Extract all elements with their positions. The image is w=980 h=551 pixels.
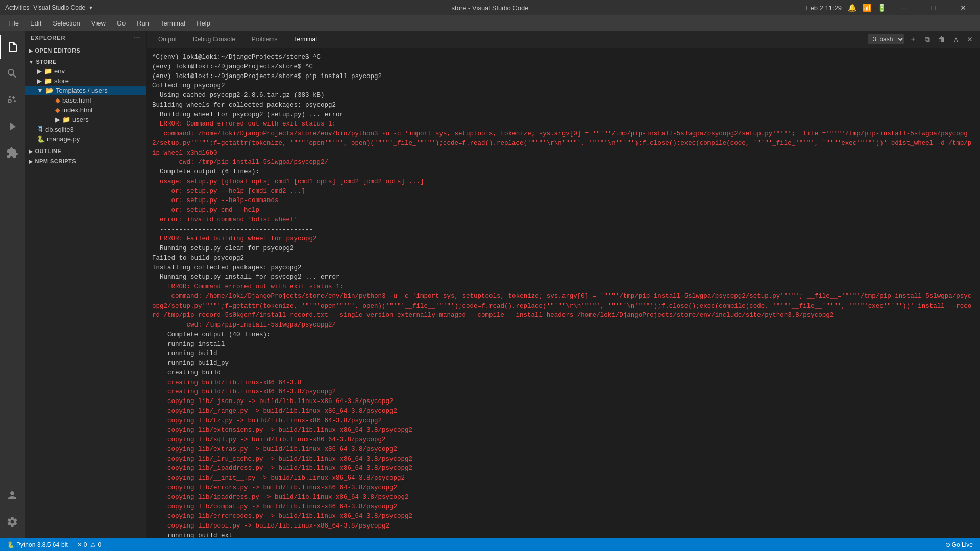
terminal-selector[interactable]: 3: bash [868, 34, 904, 44]
account-icon[interactable] [0, 483, 24, 508]
editor-area: Output Debug Console Problems Terminal 3… [147, 31, 980, 538]
close-terminal-button[interactable]: ✕ [964, 34, 976, 44]
tab-debug-console[interactable]: Debug Console [186, 33, 242, 46]
activity-bar [0, 31, 24, 538]
terminal-line: copying lib/sql.py -> build/lib.linux-x8… [152, 435, 975, 445]
tree-item-base-html[interactable]: ◆ base.html [24, 95, 146, 105]
open-editors-label: Open Editors [35, 47, 81, 54]
main-layout: Explorer ··· ▶ Open Editors ▼ Store [0, 31, 980, 538]
open-editors-header[interactable]: ▶ Open Editors [24, 46, 146, 55]
tree-item-templates-users[interactable]: ▼ 📂 Templates / users [24, 86, 146, 95]
terminal-line: copying lib/_lru_cache.py -> build/lib.l… [152, 455, 975, 464]
terminal-line: Running setup.py clean for psycopg2 [152, 244, 975, 254]
terminal-line: or: setup.py cmd --help [152, 206, 975, 215]
terminal-line: Running setup.py install for psycopg2 ..… [152, 272, 975, 282]
templates-folder-icon: 📂 [45, 87, 54, 94]
add-terminal-button[interactable]: ＋ [906, 34, 920, 45]
menu-view[interactable]: View [86, 17, 111, 29]
terminal-line: ERROR: Command errored out with exit sta… [152, 282, 975, 292]
maximize-button[interactable]: □ [922, 0, 945, 15]
outline-label: Outline [35, 148, 62, 154]
sidebar-header: Explorer ··· [24, 31, 146, 45]
warning-label: 0 [97, 541, 101, 548]
terminal-content[interactable]: ^C(env) loki@loki:~/DjangoProjects/store… [147, 48, 980, 538]
terminal-line: command: /home/loki/DjangoProjects/store… [152, 129, 975, 158]
terminal-line: Installing collected packages: psycopg2 [152, 263, 975, 273]
menu-terminal[interactable]: Terminal [155, 17, 190, 29]
source-control-icon[interactable] [0, 88, 24, 112]
error-icon: ✕ [77, 541, 82, 548]
terminal-line: copying lib/errors.py -> build/lib.linux… [152, 483, 975, 493]
menu-run[interactable]: Run [132, 17, 154, 29]
tab-terminal[interactable]: Terminal [286, 33, 324, 46]
outline-section[interactable]: ▶ Outline [24, 146, 146, 156]
python-label: Python 3.8.5 64-bit [16, 541, 68, 548]
terminal-actions: 3: bash ＋ ⧉ 🗑 ∧ ✕ [868, 34, 976, 45]
tab-output[interactable]: Output [151, 33, 184, 46]
store-label: Store [36, 59, 56, 65]
settings-icon[interactable] [0, 510, 24, 534]
sidebar: Explorer ··· ▶ Open Editors ▼ Store [24, 31, 147, 538]
terminal-line: ERROR: Command errored out with exit sta… [152, 119, 975, 129]
python-version[interactable]: 🐍 Python 3.8.5 64-bit [5, 541, 70, 548]
base-html-label: base.html [62, 96, 91, 104]
env-folder-icon: 📁 [44, 67, 52, 75]
terminal-line: usage: setup.py [global_opts] cmd1 [cmd1… [152, 177, 975, 187]
index-html-file-icon: ◆ [55, 106, 60, 114]
manage-py-label: manage.py [47, 135, 80, 143]
store-section: ▼ Store ▶ 📁 env ▶ 📁 store [24, 57, 146, 144]
tree-item-index-html[interactable]: ◆ index.html [24, 105, 146, 115]
terminal-line: cwd: /tmp/pip-install-5slwgpa/psycopg2/ [152, 158, 975, 167]
store-chevron: ▼ [29, 59, 34, 65]
terminal-line: copying lib/tz.py -> build/lib.linux-x86… [152, 416, 975, 426]
extensions-icon[interactable] [0, 141, 24, 165]
error-count[interactable]: ✕ 0 ⚠ 0 [75, 541, 103, 548]
terminal-line: or: setup.py --help [cmd1 cmd2 ...] [152, 187, 975, 196]
menu-edit[interactable]: Edit [25, 17, 46, 29]
minimize-button[interactable]: ─ [892, 0, 916, 15]
menu-file[interactable]: File [3, 17, 24, 29]
npm-scripts-section[interactable]: ▶ NPM Scripts [24, 156, 146, 166]
store-header[interactable]: ▼ Store [24, 57, 146, 66]
store-folder-icon: 📁 [44, 77, 52, 85]
terminal-line: copying lib/_ipaddress.py -> build/lib.l… [152, 464, 975, 473]
terminal-line: copying lib/extras.py -> build/lib.linux… [152, 445, 975, 455]
templates-chevron: ▼ [37, 87, 43, 94]
terminal-line: Building wheel for psycopg2 (setup.py) .… [152, 110, 975, 120]
collapse-terminal-button[interactable]: ∧ [950, 34, 962, 44]
vscode-label[interactable]: Visual Studio Code [33, 4, 85, 11]
terminal-line: running build_ext [152, 531, 975, 539]
bell-icon[interactable]: 🔔 [848, 4, 856, 12]
run-icon[interactable] [0, 114, 24, 139]
go-live-button[interactable]: ⊙ Go Live [943, 541, 975, 548]
split-terminal-button[interactable]: ⧉ [922, 34, 933, 45]
terminal-line: creating build/lib.linux-x86_64-3.8 [152, 378, 975, 388]
tree-item-env[interactable]: ▶ 📁 env [24, 66, 146, 76]
terminal-line: running install [152, 340, 975, 349]
window-title: store - Visual Studio Code [452, 4, 529, 12]
tab-problems[interactable]: Problems [244, 33, 285, 46]
go-live-icon: ⊙ [945, 541, 950, 548]
menu-help[interactable]: Help [191, 17, 215, 29]
tree-item-store[interactable]: ▶ 📁 store [24, 76, 146, 86]
explorer-icon[interactable] [0, 35, 24, 59]
sidebar-menu-icon[interactable]: ··· [134, 35, 140, 41]
store-folder-chevron: ▶ [37, 77, 42, 85]
tree-item-db[interactable]: 🗄 db.sqlite3 [24, 124, 146, 134]
menu-go[interactable]: Go [112, 17, 131, 29]
terminal-line: running build [152, 349, 975, 359]
tree-item-users[interactable]: ▶ 📁 users [24, 115, 146, 124]
search-icon[interactable] [0, 61, 24, 86]
menu-selection[interactable]: Selection [47, 17, 85, 29]
trash-terminal-button[interactable]: 🗑 [935, 34, 948, 44]
terminal-line: ERROR: Failed building wheel for psycopg… [152, 234, 975, 244]
terminal-line: (env) loki@loki:~/DjangoProjects/store$ … [152, 62, 975, 72]
close-button[interactable]: ✕ [951, 0, 975, 15]
tree-item-manage-py[interactable]: 🐍 manage.py [24, 134, 146, 144]
activities-label[interactable]: Activities [5, 4, 29, 11]
terminal-line: Complete output (6 lines): [152, 167, 975, 177]
open-editors-section: ▶ Open Editors [24, 46, 146, 55]
dropdown-arrow[interactable]: ▾ [89, 4, 92, 11]
npm-label: NPM Scripts [35, 158, 77, 164]
statusbar: 🐍 Python 3.8.5 64-bit ✕ 0 ⚠ 0 ⊙ Go Live [0, 538, 980, 551]
